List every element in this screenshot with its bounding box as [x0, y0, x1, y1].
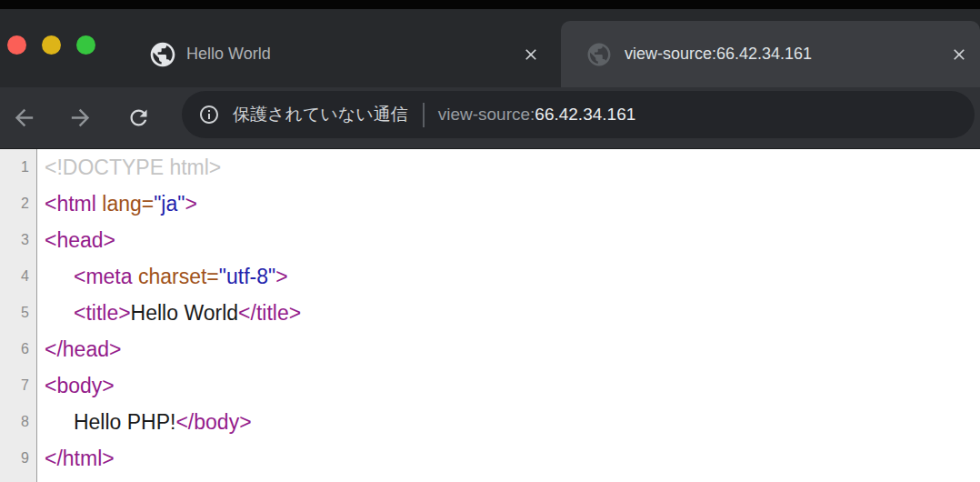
- code-token: charset=: [138, 265, 219, 288]
- line-number: 3: [0, 232, 37, 248]
- code-token: </head>: [45, 337, 121, 361]
- source-lines: 1<!DOCTYPE html>2<html lang="ja">3<head>…: [0, 149, 980, 477]
- source-line: 1<!DOCTYPE html>: [0, 149, 980, 186]
- globe-icon: [585, 40, 614, 69]
- tab-hello-world[interactable]: Hello World: [127, 21, 556, 87]
- toolbar: 保護されていない通信 view-source:66.42.34.161: [0, 87, 980, 149]
- code-token: Hello World: [131, 301, 238, 325]
- forward-button[interactable]: [62, 99, 98, 136]
- code-token: >: [275, 265, 287, 288]
- code-token: Hello PHP!: [45, 410, 175, 434]
- code-line: </html>: [37, 447, 115, 471]
- code-token: [45, 301, 74, 325]
- tab-close-icon[interactable]: [949, 45, 969, 65]
- tab-strip: Hello World view-source:66.42.34.161: [0, 9, 980, 87]
- source-line: 8 Hello PHP!</body>: [0, 404, 980, 440]
- reload-button[interactable]: [120, 99, 156, 136]
- info-icon[interactable]: [198, 104, 220, 126]
- omnibox-separator: [423, 103, 425, 127]
- source-line: 2<html lang="ja">: [0, 186, 980, 222]
- globe-icon: [148, 40, 177, 69]
- source-line: 6</head>: [0, 331, 980, 367]
- code-token: </title>: [238, 301, 301, 325]
- code-token: lang=: [102, 192, 154, 216]
- line-number: 5: [0, 305, 37, 321]
- source-line: 4 <meta charset="utf-8">: [0, 258, 980, 295]
- code-token: <head>: [45, 228, 115, 252]
- code-token: </body>: [175, 410, 251, 434]
- line-number: 4: [0, 268, 37, 285]
- back-button[interactable]: [5, 99, 42, 136]
- window-close-button[interactable]: [7, 35, 26, 55]
- code-token: <body>: [45, 374, 115, 397]
- back-arrow-icon: [11, 105, 37, 131]
- code-line: <meta charset="utf-8">: [37, 265, 288, 289]
- traffic-lights: [7, 35, 95, 55]
- tab-title: Hello World: [186, 45, 271, 64]
- tab-view-source[interactable]: view-source:66.42.34.161: [561, 21, 980, 87]
- window-zoom-button[interactable]: [76, 35, 95, 55]
- line-number: 1: [0, 159, 37, 176]
- code-token: <!DOCTYPE html>: [45, 156, 221, 179]
- code-line: </head>: [37, 337, 121, 362]
- source-line: 7<body>: [0, 367, 980, 404]
- url-scheme: view-source:: [438, 105, 535, 124]
- line-number: 7: [0, 377, 37, 394]
- forward-arrow-icon: [67, 105, 94, 131]
- code-token: <title>: [74, 301, 131, 325]
- browser-window: Hello World view-source:66.42.34.161: [0, 0, 980, 482]
- line-number: 9: [0, 450, 37, 467]
- window-top-bar: [0, 0, 980, 9]
- code-line: Hello PHP!</body>: [37, 410, 252, 435]
- code-line: <body>: [37, 374, 115, 398]
- code-line: <head>: [37, 228, 115, 253]
- omnibox[interactable]: 保護されていない通信 view-source:66.42.34.161: [182, 91, 975, 138]
- source-line: 9</html>: [0, 440, 980, 477]
- omnibox-url: view-source:66.42.34.161: [438, 105, 636, 125]
- line-number: 8: [0, 414, 37, 430]
- code-line: <html lang="ja">: [37, 192, 197, 216]
- source-line: 3<head>: [0, 222, 980, 258]
- code-token: <html: [45, 192, 102, 216]
- reload-icon: [126, 105, 151, 130]
- line-number: 6: [0, 341, 37, 357]
- tab-title: view-source:66.42.34.161: [625, 45, 812, 64]
- url-host: 66.42.34.161: [535, 105, 635, 124]
- view-source-content: 1<!DOCTYPE html>2<html lang="ja">3<head>…: [0, 149, 980, 482]
- code-line: <!DOCTYPE html>: [37, 156, 221, 180]
- code-token: </html>: [45, 447, 115, 470]
- code-line: <title>Hello World</title>: [37, 301, 301, 326]
- tab-close-icon[interactable]: [521, 45, 541, 65]
- window-minimize-button[interactable]: [42, 35, 61, 55]
- code-token: >: [185, 192, 196, 216]
- code-token: [45, 265, 74, 288]
- line-number: 2: [0, 196, 37, 212]
- code-token: "utf-8": [219, 265, 275, 288]
- source-line: 5 <title>Hello World</title>: [0, 295, 980, 331]
- code-token: "ja": [154, 192, 185, 216]
- security-label: 保護されていない通信: [233, 103, 408, 126]
- code-token: <meta: [74, 265, 138, 288]
